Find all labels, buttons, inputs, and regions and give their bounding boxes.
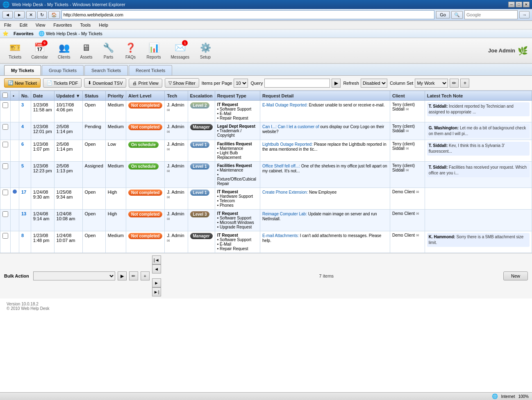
menu-view[interactable]: View	[34, 22, 47, 28]
row-checkbox[interactable]	[2, 190, 8, 195]
tech-email-icon[interactable]: ✉	[167, 195, 170, 199]
header-status[interactable]: Status	[82, 91, 105, 101]
column-set-select[interactable]: My WorkAll Columns	[415, 79, 448, 88]
toolbar-clients[interactable]: 👥 Clients	[53, 40, 75, 61]
request-detail-link[interactable]: E-Mail Outage Reported:	[262, 103, 308, 107]
request-detail-link[interactable]: E-mail Attachments:	[262, 233, 299, 238]
select-all-checkbox[interactable]	[2, 93, 8, 98]
restore-button[interactable]: □	[516, 2, 522, 7]
tech-email-icon[interactable]: ✉	[167, 108, 170, 112]
ticket-number[interactable]: 8	[21, 233, 24, 238]
row-checkbox[interactable]	[2, 163, 8, 169]
tech-email-icon[interactable]: ✉	[167, 217, 170, 221]
tab-search-tickets[interactable]: Search Tickets	[84, 65, 128, 75]
bulk-add-button[interactable]: +	[141, 271, 150, 280]
menu-favorites[interactable]: Favorites	[52, 22, 73, 28]
tech-email-icon[interactable]: ✉	[167, 147, 170, 151]
refresh-nav-button[interactable]: ↻	[37, 11, 47, 19]
last-page-button[interactable]: ►|	[152, 287, 161, 296]
ticket-number[interactable]: 6	[21, 142, 24, 147]
client-email-icon[interactable]: ✉	[416, 233, 419, 237]
tab-group-tickets[interactable]: Group Tickets	[42, 65, 84, 75]
request-detail-link[interactable]: Create Phone Extension:	[262, 190, 308, 194]
client-email-icon[interactable]: ✉	[406, 107, 409, 111]
client-email-icon[interactable]: ✉	[406, 147, 409, 151]
row-checkbox[interactable]	[2, 124, 8, 130]
toolbar-parts[interactable]: 🔧 Parts	[98, 40, 119, 61]
tab-recent-tickets[interactable]: Recent Tickets	[129, 65, 172, 75]
header-tech[interactable]: Tech	[165, 91, 188, 101]
close-button[interactable]: ✕	[523, 2, 530, 7]
client-email-icon[interactable]: ✉	[406, 168, 409, 172]
forward-button[interactable]: ►	[14, 11, 25, 18]
menu-edit[interactable]: Edit	[18, 22, 29, 28]
menu-file[interactable]: File	[2, 22, 13, 28]
request-detail-link[interactable]: Can I...: Can I let a customer of	[262, 124, 319, 129]
tickets-pdf-button[interactable]: 📄 Tickets PDF	[43, 78, 82, 88]
first-page-button[interactable]: |◄	[152, 255, 161, 264]
client-email-icon[interactable]: ✉	[416, 190, 419, 194]
ticket-number[interactable]: 3	[21, 102, 24, 107]
row-checkbox[interactable]	[2, 233, 8, 239]
header-tech-note[interactable]: Latest Tech Note	[425, 91, 532, 101]
tech-email-icon[interactable]: ✉	[167, 130, 170, 134]
header-updated[interactable]: Updated ▼	[54, 91, 82, 101]
row-checkbox[interactable]	[2, 142, 8, 147]
toolbar-calendar[interactable]: 📅 9 Calendar	[27, 40, 52, 61]
toolbar-setup[interactable]: ⚙️ Setup	[195, 40, 216, 61]
row-checkbox[interactable]	[2, 211, 8, 217]
new-button[interactable]: New	[503, 271, 528, 280]
refresh-select[interactable]: Disabled30s60s	[361, 79, 387, 88]
request-detail-link[interactable]: Lightbulb Outage Reported:	[262, 142, 313, 147]
ticket-number[interactable]: 5	[21, 163, 24, 168]
bulk-action-select[interactable]	[33, 271, 115, 280]
back-button[interactable]: ◄	[2, 11, 13, 18]
row-checkbox[interactable]	[2, 102, 8, 108]
bulk-play-button[interactable]: ▶	[118, 271, 127, 280]
column-set-edit-button[interactable]: ✏	[450, 79, 459, 88]
header-date[interactable]: Date	[31, 91, 54, 101]
query-go-button[interactable]: ▶	[332, 79, 341, 88]
header-escalation[interactable]: Escalation	[188, 91, 215, 101]
stop-button[interactable]: ✕	[26, 11, 36, 19]
request-detail-link[interactable]: Reimage Computer Lab:	[262, 212, 307, 216]
search-input[interactable]	[464, 10, 518, 19]
client-email-icon[interactable]: ✉	[406, 129, 409, 133]
next-page-button[interactable]: ►	[152, 278, 161, 287]
header-request-type[interactable]: Request Type	[215, 91, 260, 101]
menu-tools[interactable]: Tools	[79, 22, 93, 28]
toolbar-tickets[interactable]: 🎫 Tickets	[4, 40, 26, 61]
tech-email-icon[interactable]: ✉	[167, 169, 170, 173]
tab-my-tickets[interactable]: My Tickets	[4, 65, 41, 75]
toolbar-faqs[interactable]: ❓ FAQs	[120, 40, 141, 61]
toolbar-assets[interactable]: 🖥 Assets	[75, 40, 97, 61]
toolbar-reports[interactable]: 📊 Reports	[142, 40, 166, 61]
address-bar[interactable]	[61, 10, 435, 19]
ticket-number[interactable]: 17	[21, 190, 26, 194]
menu-help[interactable]: Help	[97, 22, 110, 28]
items-per-page-select[interactable]: 102550	[234, 79, 248, 88]
fav-webhelpdesk[interactable]: 🌐 Web Help Desk - My Tickets	[39, 31, 102, 36]
print-view-button[interactable]: 🖨 Print View	[129, 79, 162, 88]
request-detail-link[interactable]: Office Shelf fell off...:	[262, 164, 300, 168]
go-button[interactable]: Go	[436, 11, 450, 18]
client-email-icon[interactable]: ✉	[416, 212, 419, 216]
header-priority[interactable]: Priority	[105, 91, 126, 101]
bulk-edit-button[interactable]: ✏	[129, 271, 138, 280]
prev-page-button[interactable]: ◄	[152, 264, 161, 273]
query-input[interactable]	[264, 79, 330, 88]
ticket-number[interactable]: 4	[21, 124, 24, 129]
download-tsv-button[interactable]: ⬇ Download TSV	[84, 78, 126, 88]
header-request-detail[interactable]: Request Detail	[260, 91, 390, 101]
new-ticket-button[interactable]: 🔄 New Ticket	[4, 78, 41, 88]
search-go-button[interactable]: →	[519, 11, 530, 18]
ticket-number[interactable]: 13	[21, 211, 26, 216]
toolbar-messages[interactable]: ✉️ 1 Messages	[166, 40, 194, 61]
minimize-button[interactable]: ─	[508, 2, 515, 7]
header-client[interactable]: Client	[390, 91, 425, 101]
home-button[interactable]: 🏠	[48, 11, 60, 19]
show-filter-button[interactable]: ▽ Show Filter	[165, 78, 199, 88]
tech-email-icon[interactable]: ✉	[167, 239, 170, 243]
search-nav-button[interactable]: 🔍	[451, 11, 463, 19]
column-set-add-button[interactable]: +	[460, 79, 469, 88]
